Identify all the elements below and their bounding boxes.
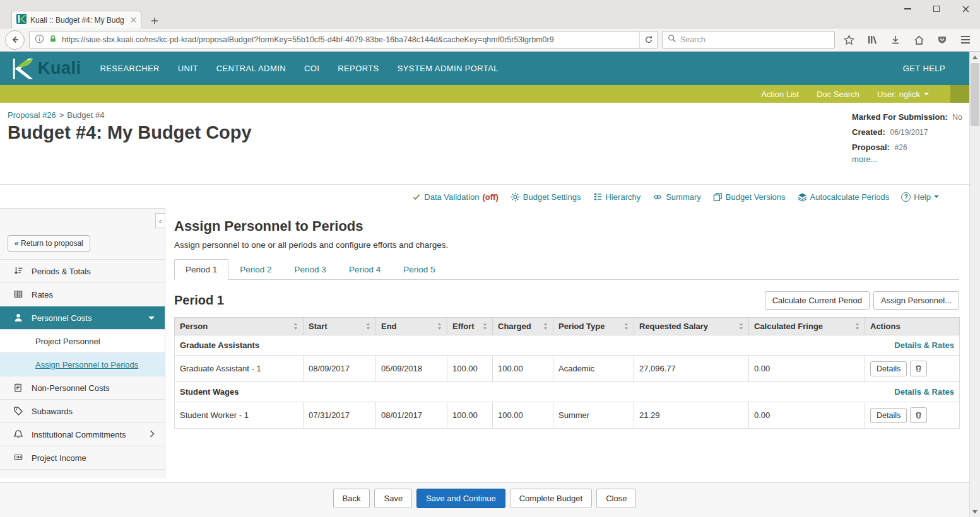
autocalculate-periods-link[interactable]: Autocalculate Periods <box>798 192 890 202</box>
scroll-down-button[interactable] <box>970 506 980 517</box>
budget-versions-link[interactable]: Budget Versions <box>713 192 786 202</box>
nav-item-system-admin-portal[interactable]: SYSTEM ADMIN PORTAL <box>398 64 499 73</box>
action-bar-corner-button[interactable] <box>950 85 969 103</box>
return-to-proposal-button[interactable]: « Return to proposal <box>8 235 90 252</box>
tab-period-2[interactable]: Period 2 <box>228 259 283 280</box>
chevron-down-icon <box>148 317 155 320</box>
download-icon[interactable] <box>886 30 905 49</box>
delete-row-button[interactable] <box>910 361 927 376</box>
col-effort[interactable]: Effort <box>447 318 493 335</box>
back-button-footer[interactable]: Back <box>333 489 370 508</box>
menu-icon[interactable] <box>956 30 975 49</box>
sort-arrows-icon[interactable] <box>739 322 743 330</box>
budget-settings-link[interactable]: Budget Settings <box>511 192 581 202</box>
delete-row-button[interactable] <box>910 407 927 423</box>
sidebar-item-assign-personnel-to-periods[interactable]: Assign Personnel to Periods <box>0 353 165 376</box>
breadcrumb-proposal-link[interactable]: Proposal #26 <box>8 110 56 120</box>
sort-arrows-icon[interactable] <box>543 322 548 330</box>
brand-name[interactable]: Kuali <box>38 59 81 78</box>
save-and-continue-button[interactable]: Save and Continue <box>416 489 505 508</box>
assign-personnel-button[interactable]: Assign Personnel... <box>873 291 959 310</box>
nav-item-reports[interactable]: REPORTS <box>338 64 379 73</box>
doc-search-link[interactable]: Doc Search <box>817 90 859 99</box>
window-close-button[interactable] <box>951 0 980 18</box>
tab-period-4[interactable]: Period 4 <box>338 259 392 280</box>
details-button[interactable]: Details <box>870 361 907 376</box>
sort-arrows-icon[interactable] <box>293 322 298 330</box>
sidebar-item-institutional-commitments[interactable]: Institutional Commitments <box>0 423 165 446</box>
nav-item-central-admin[interactable]: CENTRAL ADMIN <box>216 64 286 73</box>
nav-item-researcher[interactable]: RESEARCHER <box>100 64 160 73</box>
sort-arrows-icon[interactable] <box>437 322 442 330</box>
sidebar-item-project-income[interactable]: Project Income <box>0 446 165 470</box>
sidebar-item-modular[interactable]: Modular <box>0 470 165 478</box>
tab-period-3[interactable]: Period 3 <box>283 259 338 280</box>
user-menu[interactable]: User: nglick <box>877 90 929 99</box>
sort-arrows-icon[interactable] <box>855 322 859 330</box>
get-help-link[interactable]: GET HELP <box>903 64 945 73</box>
complete-budget-button[interactable]: Complete Budget <box>510 489 592 508</box>
scrollbar-thumb[interactable] <box>971 63 979 126</box>
tab-period-5[interactable]: Period 5 <box>392 259 446 280</box>
nav-item-coi[interactable]: COI <box>304 64 319 73</box>
sidebar-item-personnel-costs[interactable]: Personnel Costs <box>0 306 165 330</box>
search-input[interactable] <box>680 35 829 44</box>
details-and-rates-link[interactable]: Details & Rates <box>894 340 954 350</box>
sidebar-item-non-personnel-costs[interactable]: Non-Personnel Costs <box>0 376 165 400</box>
col-requested-salary[interactable]: Requested Salary <box>634 318 749 335</box>
nav-item-unit[interactable]: UNIT <box>178 64 198 73</box>
back-arrow-icon <box>10 35 20 45</box>
cell-start: 08/09/2017 <box>304 356 376 382</box>
vertical-scrollbar[interactable] <box>969 52 980 517</box>
data-validation-link[interactable]: Data Validation (off) <box>412 192 498 202</box>
sidebar-item-periods-totals[interactable]: Periods & Totals <box>0 260 165 283</box>
meta-created: Created: 06/19/2017 <box>852 125 962 140</box>
action-list-link[interactable]: Action List <box>761 90 799 99</box>
pocket-icon[interactable] <box>933 30 952 49</box>
sidebar-item-project-personnel[interactable]: Project Personnel <box>0 330 165 353</box>
sort-arrows-icon[interactable] <box>624 322 629 330</box>
browser-tab[interactable]: Kuali :: Budget #4: My Budg <box>11 11 141 28</box>
scroll-up-button[interactable] <box>970 52 980 62</box>
tab-close-icon[interactable] <box>131 17 136 23</box>
more-link[interactable]: more... <box>852 154 877 164</box>
col-person[interactable]: Person <box>175 318 304 335</box>
browser-window: Kuali :: Budget #4: My Budg <box>0 0 980 517</box>
library-icon[interactable] <box>863 30 882 49</box>
sidebar-item-rates[interactable]: Rates <box>0 283 165 306</box>
new-tab-button[interactable] <box>146 13 163 28</box>
save-button[interactable]: Save <box>374 489 412 508</box>
sort-arrows-icon[interactable] <box>366 322 370 330</box>
page-info-icon[interactable] <box>35 34 44 46</box>
lock-icon <box>49 34 57 46</box>
details-and-rates-link[interactable]: Details & Rates <box>894 387 954 397</box>
col-start[interactable]: Start <box>304 318 376 335</box>
calculate-current-period-button[interactable]: Calculate Current Period <box>765 291 870 310</box>
url-bar[interactable]: https://siue-sbx.kuali.co/res/kc-pd-krad… <box>29 31 658 49</box>
cell-requested-salary: 27,096.77 <box>634 356 749 382</box>
col-period-type[interactable]: Period Type <box>553 318 634 335</box>
cell-effort: 100.00 <box>447 356 493 382</box>
window-maximize-button[interactable] <box>922 0 951 18</box>
sidebar-collapse-button[interactable]: ‹ <box>155 213 165 228</box>
tab-period-1[interactable]: Period 1 <box>174 259 228 280</box>
back-button[interactable] <box>5 30 25 50</box>
col-calculated-fringe[interactable]: Calculated Fringe <box>749 318 865 335</box>
col-end[interactable]: End <box>376 318 447 335</box>
bookmark-star-icon[interactable] <box>839 30 858 49</box>
details-button[interactable]: Details <box>870 408 907 423</box>
reload-button[interactable] <box>639 32 657 48</box>
hierarchy-link[interactable]: Hierarchy <box>593 192 641 202</box>
search-bar[interactable] <box>662 31 835 49</box>
col-charged[interactable]: Charged <box>493 318 553 335</box>
sort-arrows-icon[interactable] <box>483 322 487 330</box>
sidebar-item-subawards[interactable]: Subawards <box>0 400 165 423</box>
group-name: Graduate Assistants <box>180 340 259 350</box>
kuali-logo-icon[interactable] <box>10 57 35 81</box>
home-icon[interactable] <box>909 30 928 49</box>
help-menu[interactable]: ? Help <box>901 192 939 202</box>
window-minimize-button[interactable] <box>893 0 922 18</box>
url-text[interactable]: https://siue-sbx.kuali.co/res/kc-pd-krad… <box>62 35 635 44</box>
summary-link[interactable]: Summary <box>652 192 701 202</box>
close-button-footer[interactable]: Close <box>596 489 636 508</box>
